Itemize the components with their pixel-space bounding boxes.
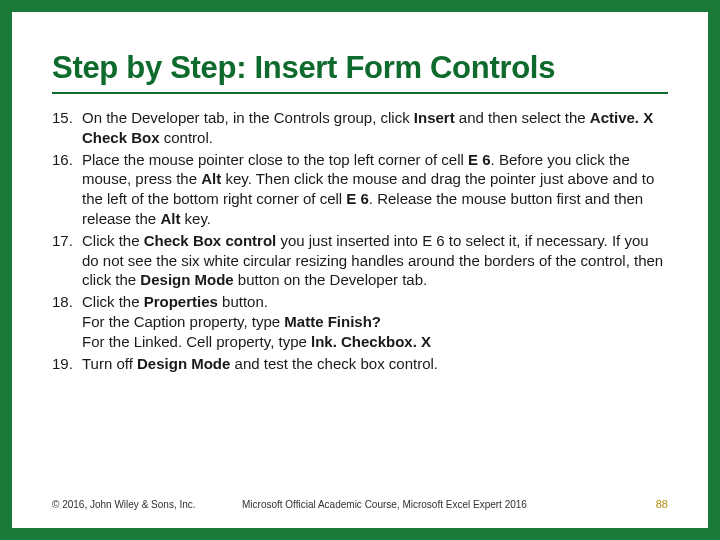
item-number: 18. <box>52 292 82 351</box>
item-number: 17. <box>52 231 82 290</box>
slide: Step by Step: Insert Form Controls 15. O… <box>12 12 708 528</box>
item-body: On the Developer tab, in the Controls gr… <box>82 108 668 148</box>
item-body: Place the mouse pointer close to the top… <box>82 150 668 229</box>
page-title: Step by Step: Insert Form Controls <box>52 50 668 94</box>
item-number: 16. <box>52 150 82 229</box>
content-list: 15. On the Developer tab, in the Control… <box>52 108 668 488</box>
list-item: 19. Turn off Design Mode and test the ch… <box>52 354 668 374</box>
list-item: 17. Click the Check Box control you just… <box>52 231 668 290</box>
footer-copyright: © 2016, John Wiley & Sons, Inc. <box>52 499 242 510</box>
item-body: Turn off Design Mode and test the check … <box>82 354 668 374</box>
item-number: 15. <box>52 108 82 148</box>
footer: © 2016, John Wiley & Sons, Inc. Microsof… <box>52 488 668 510</box>
footer-page-number: 88 <box>628 498 668 510</box>
list-item: 16. Place the mouse pointer close to the… <box>52 150 668 229</box>
item-body: Click the Properties button.For the Capt… <box>82 292 668 351</box>
list-item: 15. On the Developer tab, in the Control… <box>52 108 668 148</box>
footer-course: Microsoft Official Academic Course, Micr… <box>242 499 628 510</box>
list-item: 18. Click the Properties button.For the … <box>52 292 668 351</box>
item-body: Click the Check Box control you just ins… <box>82 231 668 290</box>
item-number: 19. <box>52 354 82 374</box>
